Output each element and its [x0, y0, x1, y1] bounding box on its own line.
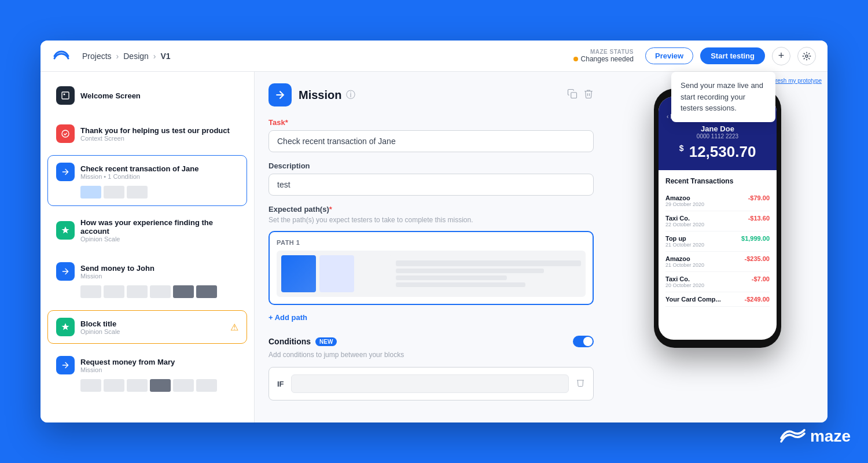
sidebar-subtitle-block: Opinion Scale [80, 328, 225, 335]
sidebar-icon-send-money [56, 262, 75, 281]
sidebar-subtitle-send-money: Mission [80, 273, 238, 280]
path-thumb-1 [281, 255, 316, 292]
tx-item-1: Taxi Co.22 October 2020 -$13.60 [665, 211, 770, 232]
svg-rect-1 [62, 92, 69, 99]
svg-rect-2 [64, 94, 65, 95]
sidebar-thumbnails-send [56, 285, 238, 298]
mission-actions [567, 89, 594, 102]
maze-status: MAZE STATUS Changes needed [573, 49, 634, 63]
phone-screen: ‹ Back YOUR ACCOUNT Jane Doe 0000 1112 2… [659, 97, 777, 340]
recent-tx-title: Recent Transactions [665, 177, 770, 185]
sidebar-subtitle-check-transaction: Mission • 1 Condition [80, 173, 238, 180]
sidebar-subtitle-thank-you: Context Screen [80, 135, 238, 142]
info-icon[interactable]: ⓘ [346, 89, 355, 101]
mission-header: Mission ⓘ [269, 83, 594, 106]
tx-item-4: Taxi Co.20 October 2020 -$7.00 [665, 272, 770, 292]
conditions-badge: NEW [315, 337, 337, 346]
description-input[interactable] [269, 174, 594, 196]
path-thumb-3 [358, 255, 392, 292]
account-name: Jane Doe [701, 124, 734, 133]
status-dot [573, 57, 578, 61]
sidebar-title-experience: How was your experience finding the acco… [80, 218, 238, 236]
sidebar: Welcome Screen Thank you for helping us … [41, 72, 255, 422]
app-container: Projects › Design › V1 MAZE STATUS Chang… [41, 41, 827, 422]
sidebar-subtitle-request-money: Mission [80, 366, 238, 373]
conditions-row: Conditions NEW [269, 336, 594, 347]
maze-status-value: Changes needed [573, 55, 634, 63]
if-delete-icon[interactable] [576, 378, 585, 389]
balance-symbol: $ [679, 144, 684, 153]
sidebar-item-welcome-screen[interactable]: Welcome Screen [47, 79, 247, 112]
if-label: IF [277, 380, 284, 388]
sidebar-item-thank-you[interactable]: Thank you for helping us test our produc… [47, 117, 247, 150]
mission-title: Mission [299, 89, 341, 102]
breadcrumb-projects[interactable]: Projects [82, 52, 112, 61]
maze-branding: maze [780, 427, 851, 446]
svg-point-0 [806, 55, 808, 57]
sidebar-item-check-transaction[interactable]: Check recent transaction of Jane Mission… [47, 155, 247, 206]
sidebar-item-block-title[interactable]: Block title Opinion Scale ⚠ [47, 310, 247, 344]
status-text: Changes needed [581, 55, 634, 63]
if-block: IF [269, 367, 594, 400]
preview-button[interactable]: Preview [645, 47, 693, 64]
breadcrumb-sep2: › [153, 52, 156, 61]
breadcrumb-sep1: › [116, 52, 119, 61]
conditions-label: Conditions [269, 337, 311, 346]
account-number: 0000 1112 2223 [697, 133, 738, 139]
tx-item-0: Amazoo29 October 2020 -$79.00 [665, 191, 770, 211]
svg-point-3 [62, 130, 69, 137]
sidebar-item-experience[interactable]: How was your experience finding the acco… [47, 211, 247, 250]
expected-paths-desc: Set the path(s) you expect testers to ta… [269, 216, 594, 224]
maze-brand-name: maze [810, 427, 851, 446]
sidebar-title-send-money: Send money to John [80, 264, 238, 273]
balance-value: 12,530.70 [689, 143, 756, 160]
sidebar-item-request-money[interactable]: Request money from Mary Mission [47, 348, 247, 399]
sidebar-title-check-transaction: Check recent transaction of Jane [80, 164, 238, 173]
main-content: Mission ⓘ Task* Description [255, 72, 608, 422]
conditions-desc: Add conditions to jump between your bloc… [269, 351, 594, 359]
settings-button[interactable] [797, 47, 816, 65]
sidebar-thumbnails-check [56, 186, 238, 199]
expected-paths-label: Expected path(s)* [269, 205, 594, 214]
conditions-toggle[interactable] [573, 336, 594, 347]
warning-icon: ⚠ [230, 322, 238, 333]
svg-rect-4 [571, 92, 577, 98]
add-path-button[interactable]: + Add path [269, 311, 594, 324]
maze-brand-logo [780, 428, 806, 445]
sidebar-icon-experience [56, 221, 75, 240]
sidebar-title-request-money: Request money from Mary [80, 358, 238, 366]
delete-icon[interactable] [583, 89, 594, 102]
path-thumb-2 [319, 255, 354, 292]
phone-body: Recent Transactions Amazoo29 October 202… [659, 170, 777, 314]
path1-box: PATH 1 [269, 231, 594, 305]
mission-icon [269, 83, 292, 106]
path1-label: PATH 1 [277, 239, 586, 246]
sidebar-title-block: Block title [80, 319, 225, 328]
duplicate-icon[interactable] [567, 89, 578, 102]
sidebar-item-send-money[interactable]: Send money to John Mission [47, 255, 247, 306]
tx-item-2: Top up21 October 2020 $1,999.00 [665, 232, 770, 252]
account-balance: $ 12,530.70 [679, 143, 756, 161]
breadcrumb-v1[interactable]: V1 [161, 52, 171, 61]
sidebar-icon-request-money [56, 356, 75, 374]
maze-status-label: MAZE STATUS [590, 49, 634, 55]
sidebar-title-thank-you: Thank you for helping us test our produc… [80, 126, 238, 135]
phone-panel: LAST UPDATED: 13/01 04:0 fresh my protot… [608, 72, 827, 422]
description-label: Description [269, 161, 594, 170]
header: Projects › Design › V1 MAZE STATUS Chang… [41, 41, 827, 72]
refresh-link[interactable]: fresh my prototype [774, 78, 822, 84]
breadcrumb-design[interactable]: Design [123, 52, 149, 61]
header-right: MAZE STATUS Changes needed Preview Start… [573, 47, 816, 65]
tx-item-5: Your Card Comp... -$249.00 [665, 292, 770, 307]
start-testing-button[interactable]: Start testing [700, 47, 765, 64]
sidebar-thumbnails-request [56, 379, 238, 392]
phone-mockup: ‹ Back YOUR ACCOUNT Jane Doe 0000 1112 2… [654, 89, 781, 348]
tx-item-3: Amazoo21 October 2020 -$235.00 [665, 252, 770, 272]
sidebar-icon-thank-you [56, 124, 75, 143]
sidebar-title-welcome: Welcome Screen [80, 91, 238, 100]
sidebar-icon-check-transaction [56, 163, 75, 181]
add-button[interactable]: + [772, 47, 790, 65]
body: Welcome Screen Thank you for helping us … [41, 72, 827, 422]
task-input[interactable] [269, 130, 594, 152]
tooltip-popup: Send your maze live and start recording … [671, 72, 775, 122]
